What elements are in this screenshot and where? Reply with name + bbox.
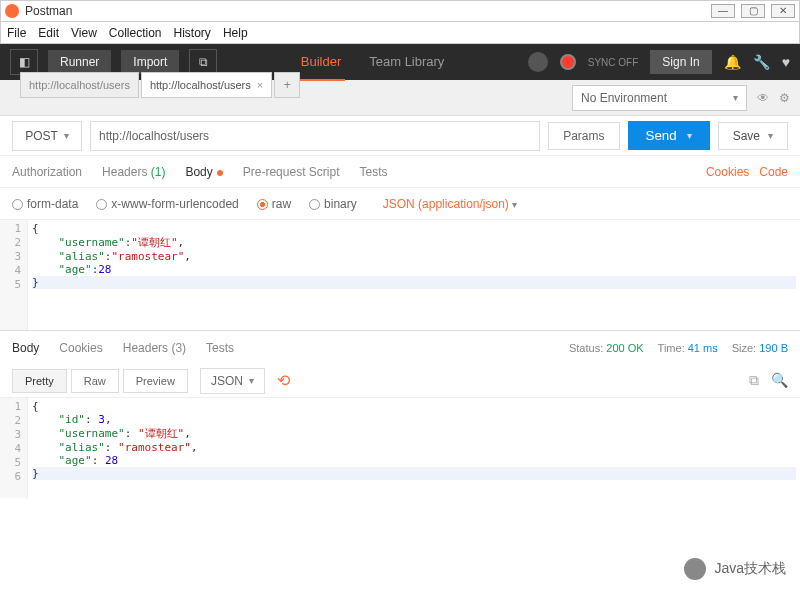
radio-binary[interactable]: binary <box>309 197 357 211</box>
chevron-down-icon: ▾ <box>733 92 738 103</box>
request-body-editor[interactable]: 12345 { "username":"谭朝红", "alias":"ramos… <box>0 220 800 330</box>
status-value: 200 OK <box>606 342 643 354</box>
request-tab-inactive[interactable]: http://localhost/users <box>20 72 139 98</box>
menubar: File Edit View Collection History Help <box>0 22 800 44</box>
view-raw[interactable]: Raw <box>71 369 119 393</box>
resp-headers-count: (3) <box>171 341 186 355</box>
signin-button[interactable]: Sign In <box>650 50 711 74</box>
tab-headers-label: Headers <box>102 165 147 179</box>
radio-raw[interactable]: raw <box>257 197 291 211</box>
resp-tab-body[interactable]: Body <box>12 341 39 355</box>
sync-status-icon[interactable] <box>560 54 576 70</box>
resp-tab-headers[interactable]: Headers (3) <box>123 341 186 355</box>
close-button[interactable]: ✕ <box>771 4 795 18</box>
sync-label: SYNC OFF <box>588 57 639 68</box>
save-button[interactable]: Save▾ <box>718 122 788 150</box>
heart-icon[interactable]: ♥ <box>782 54 790 70</box>
url-value: http://localhost/users <box>99 129 209 143</box>
chevron-down-icon: ▾ <box>64 130 69 141</box>
time-label: Time: 41 ms <box>658 342 718 354</box>
environment-select-label: No Environment <box>581 91 667 105</box>
resp-tab-headers-label: Headers <box>123 341 168 355</box>
content-type-select[interactable]: JSON (application/json) ▾ <box>383 197 517 211</box>
window-title: Postman <box>25 4 711 18</box>
menu-collection[interactable]: Collection <box>109 26 162 40</box>
status-label: Status: 200 OK <box>569 342 644 354</box>
tab-prerequest[interactable]: Pre-request Script <box>243 165 340 179</box>
size-value: 190 B <box>759 342 788 354</box>
radio-raw-label: raw <box>272 197 291 211</box>
params-button[interactable]: Params <box>548 122 619 150</box>
wrench-icon[interactable]: 🔧 <box>753 54 770 70</box>
bell-icon[interactable]: 🔔 <box>724 54 741 70</box>
env-bar: http://localhost/users http://localhost/… <box>0 80 800 116</box>
line-gutter: 123456 <box>0 398 28 498</box>
request-row: POST▾ http://localhost/users Params Send… <box>0 116 800 156</box>
radio-formdata-label: form-data <box>27 197 78 211</box>
gear-icon[interactable]: ⚙ <box>779 91 790 105</box>
request-subtabs: Authorization Headers (1) Body Pre-reque… <box>0 156 800 188</box>
send-label: Send <box>646 128 677 143</box>
eye-icon[interactable]: 👁 <box>757 91 769 105</box>
chevron-down-icon: ▾ <box>687 130 692 141</box>
tab-body[interactable]: Body <box>185 165 222 179</box>
radio-xwww-label: x-www-form-urlencoded <box>111 197 238 211</box>
response-bar: Body Cookies Headers (3) Tests Status: 2… <box>0 330 800 364</box>
request-tab-active[interactable]: http://localhost/users× <box>141 72 272 98</box>
request-body-code[interactable]: { "username":"谭朝红", "alias":"ramostear",… <box>28 220 800 330</box>
watermark-icon <box>684 558 706 580</box>
app-icon <box>5 4 19 18</box>
chevron-down-icon: ▾ <box>768 130 773 141</box>
search-icon[interactable]: 🔍 <box>771 372 788 389</box>
radio-binary-label: binary <box>324 197 357 211</box>
tab-body-label: Body <box>185 165 212 179</box>
tab-headers[interactable]: Headers (1) <box>102 165 165 179</box>
menu-edit[interactable]: Edit <box>38 26 59 40</box>
request-tab-inactive-label: http://localhost/users <box>29 79 130 91</box>
menu-history[interactable]: History <box>174 26 211 40</box>
modified-dot-icon <box>217 170 223 176</box>
close-icon[interactable]: × <box>257 79 263 91</box>
body-options: form-data x-www-form-urlencoded raw bina… <box>0 188 800 220</box>
view-preview[interactable]: Preview <box>123 369 188 393</box>
radio-formdata[interactable]: form-data <box>12 197 78 211</box>
radio-xwww[interactable]: x-www-form-urlencoded <box>96 197 238 211</box>
wrap-icon[interactable]: ⟲ <box>277 371 290 390</box>
resp-tab-cookies[interactable]: Cookies <box>59 341 102 355</box>
format-label: JSON <box>211 374 243 388</box>
send-button[interactable]: Send▾ <box>628 121 710 150</box>
cookies-link[interactable]: Cookies <box>706 165 749 179</box>
maximize-button[interactable]: ▢ <box>741 4 765 18</box>
headers-count: (1) <box>151 165 166 179</box>
url-input[interactable]: http://localhost/users <box>90 121 540 151</box>
response-body-editor[interactable]: 123456 { "id": 3, "username": "谭朝红", "al… <box>0 398 800 498</box>
request-tabs: http://localhost/users http://localhost/… <box>10 68 310 98</box>
save-label: Save <box>733 129 760 143</box>
capture-icon[interactable] <box>528 52 548 72</box>
menu-file[interactable]: File <box>7 26 26 40</box>
method-label: POST <box>25 129 58 143</box>
size-label: Size: 190 B <box>732 342 788 354</box>
content-type-label: JSON (application/json) <box>383 197 509 211</box>
tab-team-library[interactable]: Team Library <box>365 44 448 81</box>
tab-authorization[interactable]: Authorization <box>12 165 82 179</box>
chevron-down-icon: ▾ <box>512 199 517 210</box>
window-titlebar: Postman — ▢ ✕ <box>0 0 800 22</box>
watermark: Java技术栈 <box>684 558 786 580</box>
menu-view[interactable]: View <box>71 26 97 40</box>
environment-select[interactable]: No Environment ▾ <box>572 85 747 111</box>
add-tab-button[interactable]: + <box>274 72 300 98</box>
chevron-down-icon: ▾ <box>249 375 254 386</box>
format-select[interactable]: JSON▾ <box>200 368 265 394</box>
resp-tab-tests[interactable]: Tests <box>206 341 234 355</box>
request-tab-active-label: http://localhost/users <box>150 79 251 91</box>
copy-icon[interactable]: ⧉ <box>749 372 759 389</box>
menu-help[interactable]: Help <box>223 26 248 40</box>
response-options: Pretty Raw Preview JSON▾ ⟲ ⧉ 🔍 <box>0 364 800 398</box>
method-select[interactable]: POST▾ <box>12 121 82 151</box>
minimize-button[interactable]: — <box>711 4 735 18</box>
time-value: 41 ms <box>688 342 718 354</box>
code-link[interactable]: Code <box>759 165 788 179</box>
view-pretty[interactable]: Pretty <box>12 369 67 393</box>
tab-tests[interactable]: Tests <box>359 165 387 179</box>
